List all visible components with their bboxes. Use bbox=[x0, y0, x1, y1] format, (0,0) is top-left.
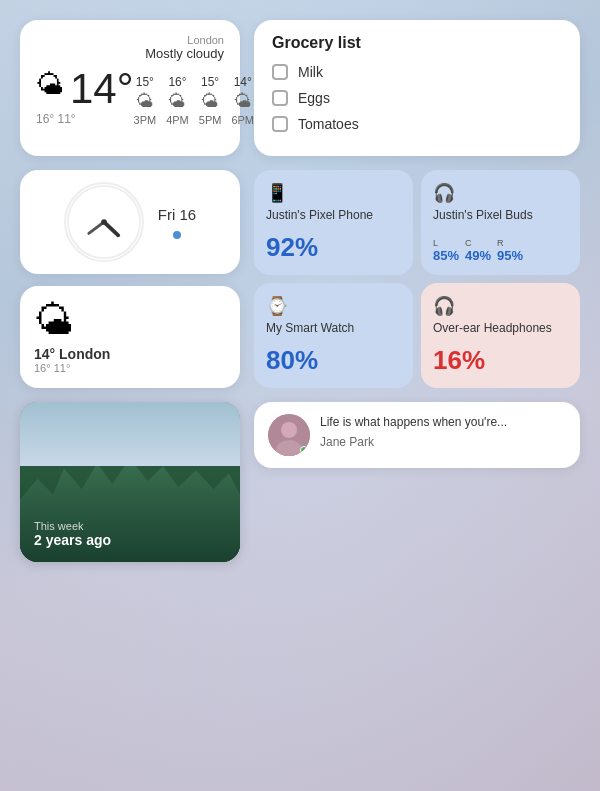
pixel-phone-icon: 📱 bbox=[266, 182, 401, 204]
forecast-item-3: 15° 🌤 5PM bbox=[199, 75, 222, 126]
grocery-checkbox-tomatoes[interactable] bbox=[272, 116, 288, 132]
svg-point-5 bbox=[281, 422, 297, 438]
weather-temperature: 14° bbox=[70, 68, 134, 110]
clock-widget: Fri 16 bbox=[20, 170, 240, 274]
headphones-icon: 🎧 bbox=[433, 295, 568, 317]
weather-widget: London Mostly cloudy 🌤 14° 16° 11° 15° 🌤… bbox=[20, 20, 240, 156]
weather-location: London bbox=[36, 34, 224, 46]
forecast-time-1: 3PM bbox=[134, 114, 157, 126]
forecast-sun-icon-3: 🌤 bbox=[201, 91, 219, 112]
grocery-widget: Grocery list Milk Eggs Tomatoes bbox=[254, 20, 580, 156]
clock-date-info: Fri 16 bbox=[158, 206, 196, 239]
forecast-sun-icon-4: 🌤 bbox=[234, 91, 252, 112]
clock-date: Fri 16 bbox=[158, 206, 196, 223]
photo-widget[interactable]: This week 2 years ago bbox=[20, 402, 240, 562]
buds-right-val: 95% bbox=[497, 248, 523, 263]
buds-case: C 49% bbox=[465, 238, 491, 263]
weather-mini-temp: 14° London bbox=[34, 346, 110, 362]
buds-left-val: 85% bbox=[433, 248, 459, 263]
grocery-checkbox-eggs[interactable] bbox=[272, 90, 288, 106]
buds-case-label: C bbox=[465, 238, 491, 248]
photo-widget-label: This week 2 years ago bbox=[34, 520, 111, 548]
pixel-buds-battery-row: L 85% C 49% R 95% bbox=[433, 234, 568, 263]
weather-description: Mostly cloudy bbox=[36, 46, 224, 61]
forecast-item-4: 14° 🌤 6PM bbox=[231, 75, 254, 126]
social-post-text: Life is what happens when you're... bbox=[320, 414, 566, 431]
smart-watch-name: My Smart Watch bbox=[266, 321, 401, 341]
headphones-name: Over-ear Headphones bbox=[433, 321, 568, 341]
forecast-sun-icon-1: 🌤 bbox=[136, 91, 154, 112]
grocery-label-tomatoes: Tomatoes bbox=[298, 116, 359, 132]
forecast-time-3: 5PM bbox=[199, 114, 222, 126]
grocery-title: Grocery list bbox=[272, 34, 562, 52]
device-grid: 📱 Justin's Pixel Phone 92% 🎧 Justin's Pi… bbox=[254, 170, 580, 388]
forecast-item-1: 15° 🌤 3PM bbox=[134, 75, 157, 126]
grocery-checkbox-milk[interactable] bbox=[272, 64, 288, 80]
headphones-percent: 16% bbox=[433, 345, 568, 376]
grocery-item-eggs[interactable]: Eggs bbox=[272, 90, 562, 106]
headphones-widget[interactable]: 🎧 Over-ear Headphones 16% bbox=[421, 283, 580, 388]
clock-indicator-dot bbox=[173, 231, 181, 239]
smart-watch-percent: 80% bbox=[266, 345, 401, 376]
photo-main: 2 years ago bbox=[34, 532, 111, 548]
pixel-buds-widget[interactable]: 🎧 Justin's Pixel Buds L 85% C 49% R 95% bbox=[421, 170, 580, 275]
forecast-temp-4: 14° bbox=[234, 75, 252, 89]
grocery-item-tomatoes[interactable]: Tomatoes bbox=[272, 116, 562, 132]
pixel-phone-name: Justin's Pixel Phone bbox=[266, 208, 401, 228]
pixel-buds-name: Justin's Pixel Buds bbox=[433, 208, 568, 234]
forecast-temp-3: 15° bbox=[201, 75, 219, 89]
smart-watch-icon: ⌚ bbox=[266, 295, 401, 317]
social-widget-container: Life is what happens when you're... Jane… bbox=[254, 402, 580, 562]
pixel-phone-widget[interactable]: 📱 Justin's Pixel Phone 92% bbox=[254, 170, 413, 275]
social-online-dot bbox=[300, 446, 308, 454]
forecast-temp-2: 16° bbox=[168, 75, 186, 89]
buds-left: L 85% bbox=[433, 238, 459, 263]
weather-mini-sun-icon: 🌤 bbox=[34, 300, 74, 340]
svg-point-3 bbox=[101, 219, 107, 225]
pixel-buds-icon: 🎧 bbox=[433, 182, 568, 204]
social-author-name: Jane Park bbox=[320, 435, 566, 449]
smart-watch-widget[interactable]: ⌚ My Smart Watch 80% bbox=[254, 283, 413, 388]
grocery-label-eggs: Eggs bbox=[298, 90, 330, 106]
photo-widget-container: This week 2 years ago bbox=[20, 402, 240, 562]
forecast-item-2: 16° 🌤 4PM bbox=[166, 75, 189, 126]
weather-mini-widget: 🌤 14° London 16° 11° bbox=[20, 286, 240, 388]
grocery-item-milk[interactable]: Milk bbox=[272, 64, 562, 80]
social-content: Life is what happens when you're... Jane… bbox=[320, 414, 566, 449]
buds-right-label: R bbox=[497, 238, 523, 248]
buds-left-label: L bbox=[433, 238, 459, 248]
social-avatar bbox=[268, 414, 310, 456]
clock-face bbox=[64, 182, 144, 262]
grocery-label-milk: Milk bbox=[298, 64, 323, 80]
pixel-phone-percent: 92% bbox=[266, 232, 401, 263]
middle-left-column: Fri 16 🌤 14° London 16° 11° bbox=[20, 170, 240, 388]
forecast-time-4: 6PM bbox=[231, 114, 254, 126]
forecast-time-2: 4PM bbox=[166, 114, 189, 126]
forecast-temp-1: 15° bbox=[136, 75, 154, 89]
weather-range: 16° 11° bbox=[36, 112, 134, 126]
social-widget[interactable]: Life is what happens when you're... Jane… bbox=[254, 402, 580, 468]
buds-case-val: 49% bbox=[465, 248, 491, 263]
buds-right: R 95% bbox=[497, 238, 523, 263]
photo-sublabel: This week bbox=[34, 520, 111, 532]
weather-mini-range: 16° 11° bbox=[34, 362, 70, 374]
forecast-sun-icon-2: 🌤 bbox=[168, 91, 186, 112]
